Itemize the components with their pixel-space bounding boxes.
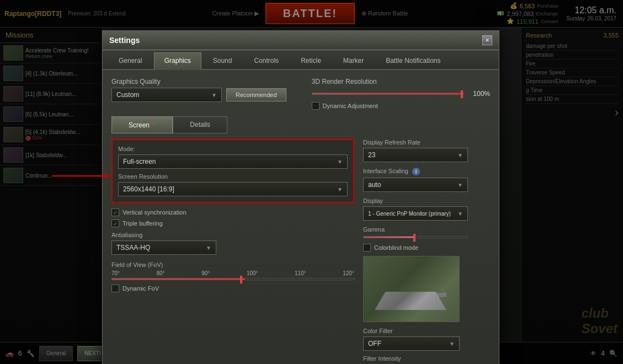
info-icon[interactable]: i	[412, 168, 420, 175]
resolution-dropdown[interactable]: 2560x1440 [16:9] ▼	[118, 182, 348, 196]
mode-value: Full-screen	[123, 158, 156, 165]
fov-section: Field of View (FoV) 70° 80° 90° 100° 110…	[111, 261, 354, 292]
dropdown-arrow-icon: ▼	[457, 182, 463, 188]
dynamic-adj-label: Dynamic Adjustment	[323, 103, 378, 109]
display-label: Display	[363, 197, 490, 204]
fov-marks: 70° 80° 90° 100° 110° 120°	[111, 270, 354, 276]
tab-controls[interactable]: Controls	[243, 52, 289, 69]
dropdown-arrow-icon: ▼	[337, 186, 343, 192]
refresh-rate-label: Display Refresh Rate	[363, 139, 490, 146]
gamma-section: Gamma	[363, 226, 490, 238]
tab-battle-notifications[interactable]: Battle Notifications	[375, 52, 451, 69]
settings-dialog: Settings × General Graphics Sound Contro…	[102, 30, 499, 364]
tank-thumbnail	[363, 256, 460, 322]
resolution-value: 2560x1440 [16:9]	[123, 185, 174, 193]
dropdown-arrow-icon: ▼	[457, 211, 463, 217]
refresh-rate-section: Display Refresh Rate 23 ▼	[363, 139, 490, 162]
vertical-sync-checkbox[interactable]: ✓	[111, 208, 119, 216]
refresh-rate-dropdown[interactable]: 23 ▼	[363, 148, 468, 162]
content-columns: Mode: Full-screen ▼ Screen Resolution 25…	[111, 139, 490, 364]
highlight-box: Mode: Full-screen ▼ Screen Resolution 25…	[111, 139, 354, 203]
display-value: 1 - Generic PnP Monitor (primary)	[368, 211, 451, 217]
dialog-content: Graphics Quality Custom ▼ Recommended 3D…	[103, 70, 499, 364]
interface-scaling-label: Interface Scaling i	[363, 168, 490, 175]
dropdown-arrow-icon: ▼	[449, 341, 455, 347]
colorblind-label: Colorblind mode	[374, 244, 418, 251]
antialiasing-label: Antialiasing	[111, 232, 354, 238]
dynamic-fov-checkbox[interactable]	[111, 285, 119, 292]
annotation-arrow	[52, 168, 110, 186]
display-section: Display 1 - Generic PnP Monitor (primary…	[363, 197, 490, 221]
dialog-title: Settings	[109, 36, 140, 45]
checkbox-row: ✓ Triple buffering	[111, 220, 354, 227]
dropdown-arrow-icon: ▼	[211, 92, 217, 98]
tab-sound[interactable]: Sound	[203, 52, 243, 69]
filter-intensity-label: Filter Intensity	[363, 355, 490, 362]
refresh-rate-value: 23	[368, 151, 375, 159]
sub-tab-details[interactable]: Details	[173, 116, 227, 133]
display-dropdown[interactable]: 1 - Generic PnP Monitor (primary) ▼	[363, 206, 468, 221]
interface-scaling-section: Interface Scaling i auto ▼	[363, 168, 490, 192]
tab-marker[interactable]: Marker	[333, 52, 374, 69]
interface-scaling-value: auto	[368, 181, 381, 189]
checkbox-row: Colorblind mode	[363, 244, 490, 251]
mode-label: Mode:	[118, 146, 348, 152]
render-resolution-value: 100%	[468, 90, 490, 98]
recommended-button[interactable]: Recommended	[226, 88, 286, 101]
mode-dropdown[interactable]: Full-screen ▼	[118, 154, 348, 169]
dynamic-adj-checkbox[interactable]	[312, 102, 320, 110]
dynamic-fov-label: Dynamic FoV	[123, 285, 159, 292]
resolution-label: Screen Resolution	[118, 173, 348, 180]
interface-scaling-dropdown[interactable]: auto ▼	[363, 178, 468, 192]
fov-slider[interactable]	[111, 278, 354, 280]
checkbox-row: Dynamic FoV	[111, 285, 354, 292]
color-filter-value: OFF	[368, 340, 381, 347]
tab-general[interactable]: General	[108, 52, 153, 69]
color-filter-section: Color Filter OFF ▼	[363, 328, 490, 351]
quality-value: Custom	[116, 91, 139, 99]
right-column: Display Refresh Rate 23 ▼ Interface Scal…	[363, 139, 490, 364]
left-column: Mode: Full-screen ▼ Screen Resolution 25…	[111, 139, 354, 364]
vertical-sync-label: Vertical synchronization	[123, 209, 187, 216]
tab-bar: General Graphics Sound Controls Reticle …	[103, 50, 499, 70]
sub-tab-bar: Screen ▼ Details	[111, 116, 490, 133]
antialiasing-dropdown[interactable]: TSSAA-HQ ▼	[111, 240, 216, 255]
checkbox-row: ✓ Vertical synchronization	[111, 208, 354, 216]
tank-gun	[408, 292, 446, 300]
filter-intensity-section: Filter Intensity	[363, 355, 490, 364]
dropdown-arrow-icon: ▼	[457, 152, 463, 158]
triple-buffering-checkbox[interactable]: ✓	[111, 220, 119, 227]
tab-reticle[interactable]: Reticle	[290, 52, 332, 69]
tab-graphics[interactable]: Graphics	[154, 52, 201, 70]
colorblind-checkbox[interactable]	[363, 244, 371, 251]
dropdown-arrow-icon: ▼	[337, 159, 343, 165]
antialiasing-value: TSSAA-HQ	[116, 244, 150, 251]
color-filter-dropdown[interactable]: OFF ▼	[363, 336, 460, 351]
quality-dropdown[interactable]: Custom ▼	[111, 88, 222, 102]
dialog-titlebar: Settings ×	[103, 31, 499, 50]
fov-label: Field of View (FoV)	[111, 261, 354, 268]
checkboxes-section: ✓ Vertical synchronization ✓ Triple buff…	[111, 208, 354, 227]
render-resolution-label: 3D Render Resolution	[312, 78, 490, 85]
antialiasing-section: Antialiasing TSSAA-HQ ▼	[111, 232, 354, 255]
gamma-slider[interactable]	[363, 236, 468, 238]
color-filter-label: Color Filter	[363, 328, 490, 334]
close-button[interactable]: ×	[482, 35, 492, 45]
quality-label: Graphics Quality	[111, 78, 286, 85]
sub-tab-screen[interactable]: Screen ▼	[111, 116, 173, 133]
triple-buffering-label: Triple buffering	[123, 220, 163, 227]
render-resolution-slider[interactable]	[312, 93, 464, 95]
gamma-label: Gamma	[363, 226, 490, 233]
svg-marker-1	[104, 173, 110, 179]
dropdown-arrow-icon: ▼	[206, 245, 211, 251]
